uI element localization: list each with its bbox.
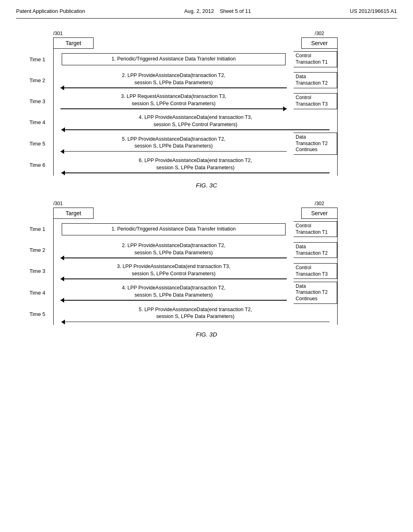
fig3c-row-4: Time 4 4. LPP ProvideAssistanceData(end …	[54, 112, 337, 133]
fig3d-row-4: Time 4 4. LPP ProvideAssistanceData(tran…	[54, 282, 337, 304]
fig3c-msg-2-text: 2. LPP ProvideAssistanceData(transaction…	[122, 72, 225, 86]
fig3c-msg-3-wrap: 3. LPP RequestAssistanceData(transaction…	[54, 91, 294, 111]
fig3c-msg-3-text: 3. LPP RequestAssistanceData(transaction…	[121, 93, 226, 107]
fig3d-ref-row: /301 /302	[29, 201, 384, 206]
fig3d-time-4: Time 4	[29, 290, 45, 296]
fig3d-annot-1: ControlTransaction T1	[294, 221, 337, 237]
fig3c-msg-4-text: 4. LPP ProvideAssistanceData(end transac…	[139, 114, 252, 128]
fig3d-arrow-5	[61, 322, 330, 322]
page-header: Patent Application Publication Aug. 2, 2…	[16, 8, 397, 19]
fig3c-msg-4-wrap: 4. LPP ProvideAssistanceData(end transac…	[54, 112, 337, 132]
fig3d-msg-3-text: 3. LPP ProvideAssistanceData(end transac…	[117, 263, 230, 277]
fig3c-row-2: Time 2 2. LPP ProvideAssistanceData(tran…	[54, 70, 337, 91]
fig3c-time-6: Time 6	[29, 162, 45, 168]
fig3c-row-1: Time 1 1. Periodic/Triggered Assistance …	[54, 49, 337, 70]
fig3c-arrow-4	[61, 129, 330, 130]
fig3d-annot-2: DataTransaction T2	[294, 242, 337, 258]
fig3d-msg-3-wrap: 3. LPP ProvideAssistanceData(end transac…	[54, 261, 294, 281]
fig3c-server-box: Server	[301, 37, 338, 49]
fig3c-msg-6-text: 6. LPP ProvideAssistanceData(end transac…	[139, 157, 252, 171]
fig3c-row-5: Time 5 5. LPP ProvideAssistanceData(tran…	[54, 133, 337, 155]
fig3d-msg-1-wrap: 1. Periodic/Triggered Assistance Data Tr…	[54, 221, 294, 237]
fig3c-arrow-6	[61, 172, 330, 173]
fig3c-time-4: Time 4	[29, 119, 45, 125]
fig3d-msg-4-wrap: 4. LPP ProvideAssistanceData(transaction…	[54, 283, 294, 303]
fig3c-msg-5-wrap: 5. LPP ProvideAssistanceData(transaction…	[54, 134, 294, 154]
fig3d-time-2: Time 2	[29, 247, 45, 253]
fig3c-msg-5-text: 5. LPP ProvideAssistanceData(transaction…	[122, 136, 225, 150]
fig3d-arrow-3	[60, 278, 287, 279]
fig3c-row-3: Time 3 3. LPP RequestAssistanceData(tran…	[54, 91, 337, 112]
fig3c-diagram: /301 /302 Target Server Time 1 1. Period…	[29, 31, 384, 176]
fig3c-seq-area: Time 1 1. Periodic/Triggered Assistance …	[53, 49, 338, 176]
page: Patent Application Publication Aug. 2, 2…	[0, 0, 413, 532]
fig3c-annot-1: ControlTransaction T1	[294, 51, 337, 67]
fig3c-row-6: Time 6 6. LPP ProvideAssistanceData(end …	[54, 155, 337, 176]
fig3d-target-box: Target	[53, 208, 94, 219]
fig3c-entity-row: Target Server	[29, 37, 384, 49]
fig3c-time-3: Time 3	[29, 98, 45, 104]
fig3d-row-3: Time 3 3. LPP ProvideAssistanceData(end …	[54, 261, 337, 282]
fig3d-section: /301 /302 Target Server Time 1 1. Period…	[16, 201, 397, 338]
fig3d-msg-2-wrap: 2. LPP ProvideAssistanceData(transaction…	[54, 240, 294, 260]
fig3c-label: FIG. 3C	[16, 182, 397, 189]
fig3d-msg-5-text: 5. LPP ProvideAssistanceData(end transac…	[139, 306, 252, 320]
fig3c-time-1: Time 1	[29, 56, 45, 62]
fig3c-arrow-3	[60, 108, 287, 109]
fig3d-msg-4-text: 4. LPP ProvideAssistanceData(transaction…	[122, 285, 225, 299]
header-center: Aug. 2, 2012 Sheet 5 of 11	[184, 8, 251, 14]
fig3d-row-5: Time 5 5. LPP ProvideAssistanceData(end …	[54, 304, 337, 325]
fig3d-time-1: Time 1	[29, 226, 45, 232]
fig3d-row-1: Time 1 1. Periodic/Triggered Assistance …	[54, 219, 337, 240]
fig3d-msg-5-wrap: 5. LPP ProvideAssistanceData(end transac…	[54, 304, 337, 324]
fig3d-time-3: Time 3	[29, 268, 45, 274]
fig3d-arrow-4	[60, 300, 287, 301]
fig3d-server-ref: /302	[301, 201, 338, 206]
header-left: Patent Application Publication	[16, 8, 85, 14]
fig3d-label: FIG. 3D	[16, 331, 397, 338]
header-right: US 2012/196615 A1	[350, 8, 397, 14]
fig3d-annot-3: ControlTransaction T3	[294, 263, 337, 279]
fig3c-msg-1-box: 1. Periodic/Triggered Assistance Data Tr…	[62, 53, 286, 65]
fig3d-arrow-2	[60, 258, 287, 258]
fig3c-ref-row: /301 /302	[29, 31, 384, 36]
fig3d-server-box: Server	[301, 208, 338, 219]
fig3c-annot-2: DataTransaction T2	[294, 72, 337, 88]
fig3c-msg-1-wrap: 1. Periodic/Triggered Assistance Data Tr…	[54, 51, 294, 67]
fig3d-time-5: Time 5	[29, 311, 45, 317]
fig3c-arrow-5	[60, 151, 287, 152]
fig3d-seq-area: Time 1 1. Periodic/Triggered Assistance …	[53, 219, 338, 325]
fig3d-msg-1-box: 1. Periodic/Triggered Assistance Data Tr…	[62, 223, 286, 235]
fig3c-section: /301 /302 Target Server Time 1 1. Period…	[16, 31, 397, 189]
fig3d-target-ref: /301	[53, 201, 94, 206]
fig3d-annot-4: DataTransaction T2Continues	[294, 282, 337, 304]
fig3d-msg-2-text: 2. LPP ProvideAssistanceData(transaction…	[122, 242, 225, 256]
fig3c-time-2: Time 2	[29, 77, 45, 83]
fig3c-arrow-2	[60, 87, 287, 88]
fig3d-entity-row: Target Server	[29, 208, 384, 219]
fig3d-diagram: /301 /302 Target Server Time 1 1. Period…	[29, 201, 384, 325]
fig3c-target-ref: /301	[53, 31, 94, 36]
fig3c-time-5: Time 5	[29, 141, 45, 147]
fig3d-row-2: Time 2 2. LPP ProvideAssistanceData(tran…	[54, 240, 337, 261]
fig3c-msg-2-wrap: 2. LPP ProvideAssistanceData(transaction…	[54, 70, 294, 90]
fig3c-target-box: Target	[53, 37, 94, 49]
fig3c-server-ref: /302	[301, 31, 338, 36]
fig3c-annot-3: ControlTransaction T3	[294, 93, 337, 109]
fig3c-annot-5: DataTransaction T2Continues	[294, 133, 337, 155]
fig3c-msg-6-wrap: 6. LPP ProvideAssistanceData(end transac…	[54, 155, 337, 175]
